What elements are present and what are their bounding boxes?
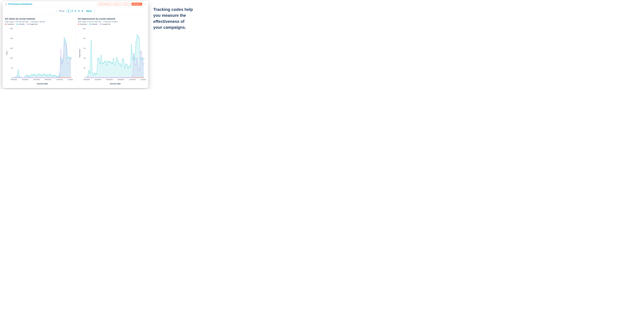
charts-row: Ad clicks by social network Date range: … xyxy=(2,15,148,87)
svg-point-79 xyxy=(29,76,30,77)
chevron-down-icon xyxy=(128,4,129,4)
svg-point-293 xyxy=(93,77,94,78)
svg-point-270 xyxy=(126,64,126,64)
svg-point-323 xyxy=(126,77,127,78)
svg-point-257 xyxy=(111,62,112,63)
svg-text:50: 50 xyxy=(11,67,12,69)
svg-point-251 xyxy=(104,62,105,62)
svg-text:8/28/2022: 8/28/2022 xyxy=(118,79,124,80)
pager-next-arrow[interactable]: › xyxy=(94,10,95,13)
svg-point-287 xyxy=(86,77,87,78)
svg-point-239 xyxy=(91,40,92,41)
legend-facebook[interactable]: Facebook xyxy=(5,23,14,25)
svg-point-115 xyxy=(70,57,70,58)
svg-point-321 xyxy=(124,77,125,78)
chart-title: Ad clicks by social network xyxy=(5,18,73,20)
svg-point-141 xyxy=(40,77,41,78)
svg-text:8K: 8K xyxy=(84,38,86,39)
legend-google[interactable]: Google Ads xyxy=(100,23,110,25)
legend-linkedin[interactable]: LinkedIn xyxy=(90,23,98,25)
svg-point-90 xyxy=(41,76,42,76)
add-report-button[interactable]: Add report xyxy=(132,2,142,6)
legend-facebook[interactable]: Facebook xyxy=(78,23,87,25)
svg-point-147 xyxy=(47,77,48,78)
svg-point-338 xyxy=(143,64,144,64)
svg-point-300 xyxy=(101,77,102,78)
svg-point-248 xyxy=(101,55,102,56)
svg-text:6/19/2022: 6/19/2022 xyxy=(33,79,40,80)
svg-point-122 xyxy=(19,77,20,78)
svg-point-241 xyxy=(93,75,94,76)
pager-page-1[interactable]: 1 xyxy=(67,9,70,13)
svg-point-261 xyxy=(115,62,116,63)
actions-button[interactable]: Actions xyxy=(113,2,122,6)
svg-point-167 xyxy=(70,58,70,59)
svg-point-236 xyxy=(87,76,88,76)
svg-point-249 xyxy=(102,64,103,64)
svg-point-328 xyxy=(132,75,133,76)
svg-point-158 xyxy=(59,76,60,77)
svg-point-163 xyxy=(65,43,66,44)
svg-text:250: 250 xyxy=(10,28,12,29)
legend-linkedin[interactable]: LinkedIn xyxy=(16,23,25,25)
svg-point-149 xyxy=(49,77,50,78)
svg-point-112 xyxy=(66,43,67,44)
svg-point-266 xyxy=(121,66,122,67)
svg-point-240 xyxy=(92,72,92,73)
star-icon[interactable] xyxy=(5,3,7,5)
svg-point-326 xyxy=(130,77,131,78)
svg-point-68 xyxy=(17,76,18,77)
chart-panel-0: Ad clicks by social network Date range: … xyxy=(2,16,76,87)
pager-page-2[interactable]: 2 xyxy=(70,10,74,12)
pager-prev-arrow[interactable]: ‹ xyxy=(56,10,57,13)
svg-point-157 xyxy=(58,77,59,78)
svg-point-161 xyxy=(63,58,64,58)
svg-point-269 xyxy=(124,67,125,68)
share-button[interactable]: Share xyxy=(122,2,130,6)
svg-point-98 xyxy=(50,74,51,75)
svg-text:11/6/2022: 11/6/2022 xyxy=(129,79,136,80)
pager-page-5[interactable]: 5 xyxy=(81,10,84,12)
svg-text:8/28/2022: 8/28/2022 xyxy=(45,79,52,80)
pager-prev[interactable]: Prev xyxy=(59,10,64,12)
svg-text:4/10/2022: 4/10/2022 xyxy=(22,79,28,80)
svg-point-309 xyxy=(111,77,112,78)
svg-point-250 xyxy=(103,62,104,63)
chart-meta: Date range: In the last 365 days|Frequen… xyxy=(78,21,146,23)
svg-text:150: 150 xyxy=(10,48,12,49)
svg-point-126 xyxy=(24,77,24,78)
svg-point-297 xyxy=(97,77,98,78)
svg-text:Session date: Session date xyxy=(37,83,48,85)
svg-point-265 xyxy=(120,64,120,64)
svg-point-155 xyxy=(56,77,57,78)
svg-point-291 xyxy=(91,77,92,78)
pager-next[interactable]: Next xyxy=(86,10,92,12)
svg-point-84 xyxy=(35,74,36,75)
create-dashboard-button[interactable]: Create dashboard xyxy=(98,2,112,6)
svg-point-311 xyxy=(113,77,114,78)
svg-point-329 xyxy=(133,53,134,54)
svg-point-330 xyxy=(134,64,135,65)
svg-point-133 xyxy=(31,77,32,78)
svg-point-111 xyxy=(65,40,66,41)
legend-google[interactable]: Google Ads xyxy=(27,23,38,25)
svg-point-152 xyxy=(52,77,53,78)
svg-point-274 xyxy=(130,66,131,67)
svg-point-166 xyxy=(68,64,69,64)
side-caption: Tracking codes help you measure the effe… xyxy=(153,1,197,88)
collapse-icon[interactable]: » xyxy=(144,3,146,5)
svg-text:1/30/2022: 1/30/2022 xyxy=(10,79,17,80)
pager-page-4[interactable]: 4 xyxy=(77,10,81,12)
svg-point-105 xyxy=(58,76,59,77)
svg-point-160 xyxy=(62,63,62,64)
svg-point-110 xyxy=(64,38,64,38)
svg-point-134 xyxy=(32,77,33,78)
svg-point-82 xyxy=(32,75,33,76)
chevron-down-icon xyxy=(140,4,141,4)
svg-point-281 xyxy=(138,36,138,37)
svg-point-299 xyxy=(100,77,100,78)
pager-page-3[interactable]: 3 xyxy=(74,10,77,12)
svg-point-119 xyxy=(16,77,16,78)
svg-point-135 xyxy=(34,77,34,78)
svg-point-118 xyxy=(14,77,15,78)
